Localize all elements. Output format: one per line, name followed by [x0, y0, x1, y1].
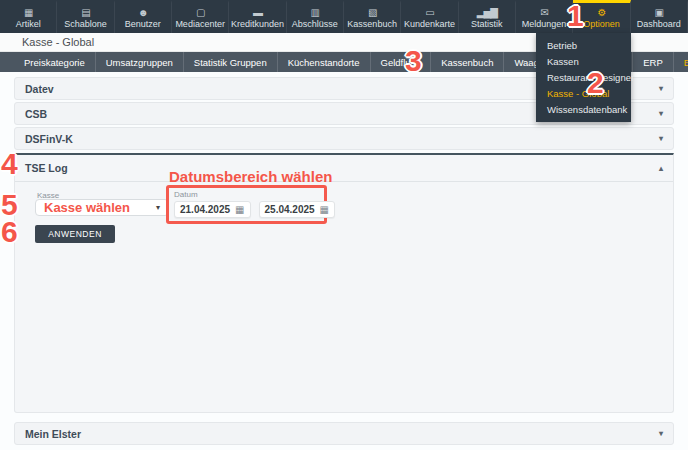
chevron-down-icon: ▾	[659, 134, 663, 143]
dashboard-icon: ▣	[655, 8, 663, 18]
accordion-tse-log-header[interactable]: TSE Log ▴	[15, 155, 673, 182]
nav-item-statistik[interactable]: ▂▅▇ Statistik	[459, 0, 516, 33]
nav-label: Optionen	[583, 19, 620, 29]
nav-label: Statistik	[471, 19, 503, 29]
reports-icon: ▥	[311, 8, 319, 18]
nav-label: Mediacenter	[175, 19, 225, 29]
nav-label: Schablone	[64, 19, 107, 29]
menu-item-kassen[interactable]: Kassen	[536, 53, 631, 69]
annotation-date-heading: Datumsbereich wählen	[169, 168, 332, 185]
tab-kassenbuch[interactable]: Kassenbuch	[431, 52, 504, 72]
nav-label: Kundenkarte	[404, 19, 455, 29]
nav-item-schablone[interactable]: ▤ Schablone	[57, 0, 114, 33]
credit-card-icon: ▬	[253, 8, 262, 18]
nav-label: Abschlüsse	[292, 19, 338, 29]
date-to-input[interactable]: 25.04.2025 ▦	[259, 201, 336, 218]
chevron-down-icon: ▾	[659, 109, 663, 118]
articles-icon: ▦	[24, 8, 32, 18]
chevron-down-icon: ▾	[156, 203, 160, 212]
menu-item-wissensdatenbank[interactable]: Wissensdatenbank	[536, 101, 631, 117]
anwenden-button[interactable]: ANWENDEN	[35, 225, 115, 243]
kasse-select[interactable]: Kasse wählen ▾	[35, 199, 169, 216]
nav-label: Kreditkunden	[231, 19, 284, 29]
template-icon: ▤	[81, 8, 89, 18]
date-from-input[interactable]: 21.04.2025 ▦	[174, 201, 251, 218]
users-icon: ☻	[138, 8, 148, 18]
date-to-value: 25.04.2025	[265, 204, 315, 215]
statistics-icon: ▂▅▇	[477, 8, 497, 18]
nav-item-meldungen[interactable]: ✉ Meldungen	[516, 0, 573, 33]
accordion-dsfinvk[interactable]: DSFinV-K ▾	[14, 127, 674, 150]
nav-item-dashboard[interactable]: ▣ Dashboard	[631, 0, 688, 33]
tab-preiskategorie[interactable]: Preiskategorie	[14, 52, 96, 72]
tab-erp[interactable]: ERP	[633, 52, 674, 72]
chevron-down-icon: ▾	[659, 429, 663, 438]
media-icon: ▢	[196, 8, 204, 18]
nav-item-optionen[interactable]: ⚙ Optionen	[573, 0, 630, 33]
accordion-mein-elster[interactable]: Mein Elster ▾	[14, 422, 674, 445]
nav-label: Artikel	[16, 19, 41, 29]
calendar-icon[interactable]: ▦	[235, 205, 244, 215]
tab-umsatzgruppen[interactable]: Umsatzgruppen	[96, 52, 184, 72]
app-window: ▦ Artikel ▤ Schablone ☻ Benutzer ▢ Media…	[0, 0, 688, 450]
gear-icon: ⚙	[597, 8, 605, 18]
top-nav: ▦ Artikel ▤ Schablone ☻ Benutzer ▢ Media…	[0, 0, 688, 33]
nav-item-kreditkunden[interactable]: ▬ Kreditkunden	[229, 0, 286, 33]
tab-geldfluss[interactable]: Geldfluss	[371, 52, 432, 72]
tab-export[interactable]: Export	[674, 52, 688, 72]
nav-item-kundenkarte[interactable]: ▭ Kundenkarte	[401, 0, 458, 33]
accordion-label: TSE Log	[25, 162, 68, 174]
chevron-down-icon: ▾	[659, 84, 663, 93]
nav-label: Dashboard	[637, 19, 681, 29]
nav-item-kassenbuch[interactable]: ▧ Kassenbuch	[344, 0, 401, 33]
messages-icon: ✉	[540, 8, 547, 18]
nav-label: Kassenbuch	[347, 19, 397, 29]
accordion-label: CSB	[25, 108, 47, 120]
menu-item-kasse-global[interactable]: Kasse - Global	[536, 85, 631, 101]
accordion-label: Datev	[25, 83, 54, 95]
cashbook-icon: ▧	[368, 8, 376, 18]
customer-card-icon: ▭	[425, 8, 433, 18]
date-from-value: 21.04.2025	[180, 204, 230, 215]
menu-item-betrieb[interactable]: Betrieb	[536, 37, 631, 53]
date-range-row: 21.04.2025 ▦ 25.04.2025 ▦	[174, 201, 319, 218]
calendar-icon[interactable]: ▦	[320, 205, 329, 215]
chevron-up-icon: ▴	[659, 164, 663, 173]
annotation-highlight-box: Datum 21.04.2025 ▦ 25.04.2025 ▦	[166, 185, 327, 224]
nav-item-artikel[interactable]: ▦ Artikel	[0, 0, 57, 33]
accordion-label: DSFinV-K	[25, 133, 73, 145]
nav-label: Meldungen	[522, 19, 567, 29]
nav-label: Benutzer	[125, 19, 161, 29]
tab-kuechenstandorte[interactable]: Küchenstandorte	[278, 52, 371, 72]
accordion-tse-log-panel: TSE Log ▴ Kasse Kasse wählen ▾ ANWENDEN …	[14, 153, 674, 413]
tab-statistik-gruppen[interactable]: Statistik Gruppen	[184, 52, 278, 72]
page-title: Kasse - Global	[22, 36, 94, 48]
kasse-select-value: Kasse wählen	[44, 200, 130, 215]
nav-item-abschluesse[interactable]: ▥ Abschlüsse	[287, 0, 344, 33]
menu-item-restaurant-designer[interactable]: Restaurant Designer	[536, 69, 631, 85]
datum-field-label: Datum	[174, 190, 319, 199]
nav-item-mediacenter[interactable]: ▢ Mediacenter	[172, 0, 229, 33]
options-dropdown-menu: Betrieb Kassen Restaurant Designer Kasse…	[536, 33, 631, 122]
nav-item-benutzer[interactable]: ☻ Benutzer	[115, 0, 172, 33]
accordion-label: Mein Elster	[25, 428, 81, 440]
